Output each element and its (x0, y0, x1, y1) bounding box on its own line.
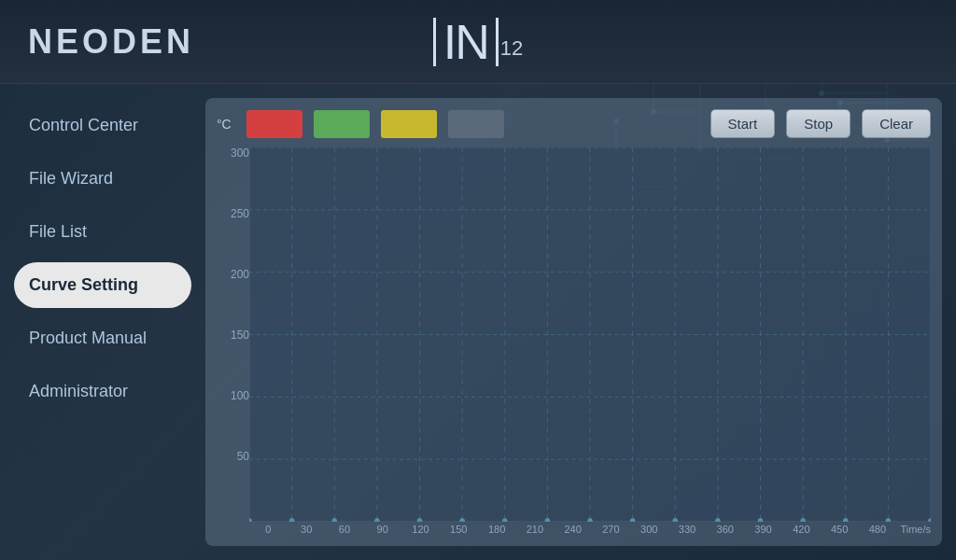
chart-plot (249, 147, 931, 522)
y-label-150: 150 (217, 329, 249, 341)
unit-label: °C (217, 117, 232, 132)
chart-grid-area: 0 30 60 90 120 150 180 210 240 270 300 3… (249, 147, 931, 535)
swatch-red[interactable] (246, 110, 302, 138)
x-label-120: 120 (401, 524, 440, 535)
x-label-60: 60 (326, 524, 364, 535)
y-label-300: 300 (217, 147, 249, 159)
x-label-180: 180 (478, 524, 516, 535)
main-layout: Control Center File Wizard File List Cur… (0, 84, 956, 560)
y-axis: 300 250 200 150 100 50 (217, 147, 249, 535)
stop-button[interactable]: Stop (786, 109, 851, 138)
y-label-100: 100 (217, 390, 249, 401)
sidebar-item-control-center[interactable]: Control Center (14, 103, 191, 148)
sidebar-item-curve-setting[interactable]: Curve Setting (14, 262, 191, 308)
chart-container: 300 250 200 150 100 50 (217, 147, 931, 535)
x-label-450: 450 (821, 524, 859, 535)
x-label-480: 480 (859, 524, 897, 535)
x-unit-label: Time/s (900, 524, 931, 535)
sidebar-item-file-wizard[interactable]: File Wizard (14, 156, 191, 202)
x-label-270: 270 (592, 524, 630, 535)
y-label-50: 50 (217, 451, 249, 462)
x-label-30: 30 (288, 524, 326, 535)
x-label-360: 360 (706, 524, 744, 535)
x-axis-labels: 0 30 60 90 120 150 180 210 240 270 300 3… (249, 522, 931, 535)
chart-toolbar: °C Start Stop Clear (217, 109, 931, 138)
x-label-390: 390 (744, 524, 782, 535)
y-label-250: 250 (217, 208, 249, 219)
x-label-0: 0 (249, 524, 288, 535)
content-panel: °C Start Stop Clear 300 250 200 150 100 … (205, 98, 942, 546)
y-label-200: 200 (217, 269, 249, 280)
header: NEODEN IN 12 (0, 0, 956, 84)
sidebar: Control Center File Wizard File List Cur… (14, 98, 191, 546)
x-label-90: 90 (363, 524, 401, 535)
swatch-yellow[interactable] (381, 110, 437, 138)
swatch-gray[interactable] (448, 110, 504, 138)
x-label-330: 330 (668, 524, 707, 535)
title-number: 12 (500, 36, 523, 61)
start-button[interactable]: Start (710, 109, 776, 138)
x-labels-container: 0 30 60 90 120 150 180 210 240 270 300 3… (249, 524, 896, 535)
x-label-210: 210 (515, 524, 554, 535)
clear-button[interactable]: Clear (862, 109, 931, 138)
sidebar-item-file-list[interactable]: File List (14, 209, 191, 255)
sidebar-item-administrator[interactable]: Administrator (14, 369, 191, 414)
sidebar-item-product-manual[interactable]: Product Manual (14, 315, 191, 361)
swatch-green[interactable] (314, 110, 370, 138)
x-label-420: 420 (782, 524, 821, 535)
logo: NEODEN (28, 22, 194, 62)
x-label-150: 150 (440, 524, 478, 535)
chart-grid-svg (249, 147, 931, 522)
brand-name: NEODEN (28, 22, 194, 61)
app-title: IN 12 (433, 18, 523, 66)
x-label-300: 300 (630, 524, 668, 535)
title-letters: IN (433, 18, 499, 66)
x-label-240: 240 (554, 524, 592, 535)
chart-area: 300 250 200 150 100 50 (217, 147, 931, 535)
